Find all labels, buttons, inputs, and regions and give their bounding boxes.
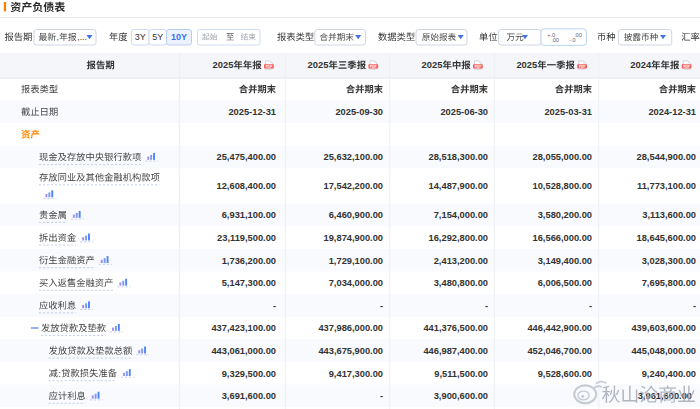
svg-text:441,376,500.00: 441,376,500.00 (423, 323, 488, 333)
svg-text:28,518,300.00: 28,518,300.00 (429, 152, 488, 162)
svg-text:12,608,400.00: 12,608,400.00 (217, 181, 276, 191)
svg-text:2025-12-31: 2025-12-31 (228, 107, 276, 117)
svg-text:3,149,400.00: 3,149,400.00 (538, 256, 592, 266)
svg-text:2025-09-30: 2025-09-30 (335, 107, 383, 117)
svg-text:,...: ,... (77, 32, 87, 42)
svg-text:6,931,100.00: 6,931,100.00 (222, 210, 276, 220)
svg-text:10,528,800.00: 10,528,800.00 (533, 181, 592, 191)
svg-text:9,240,400.00: 9,240,400.00 (642, 369, 696, 379)
svg-text:-: - (273, 301, 276, 311)
svg-text:6,006,500.00: 6,006,500.00 (538, 278, 592, 288)
svg-text:PDF: PDF (266, 65, 272, 69)
svg-text:2025: 2025 (516, 59, 537, 70)
svg-text:-.0: -.0 (569, 37, 576, 43)
svg-text:11,773,100.00: 11,773,100.00 (637, 181, 696, 191)
svg-text:2025: 2025 (213, 59, 234, 70)
svg-text:445,048,000.00: 445,048,000.00 (631, 346, 696, 356)
svg-text:10Y: 10Y (171, 32, 187, 42)
svg-text:3,028,300.00: 3,028,300.00 (642, 256, 696, 266)
svg-text:3,691,600.00: 3,691,600.00 (222, 391, 276, 401)
svg-text:5Y: 5Y (152, 32, 163, 42)
svg-text:-: - (693, 301, 696, 311)
svg-text:7,695,800.00: 7,695,800.00 (642, 278, 696, 288)
svg-text:437,423,100.00: 437,423,100.00 (211, 323, 276, 333)
svg-text:16,292,800.00: 16,292,800.00 (429, 233, 488, 243)
svg-text:3Y: 3Y (135, 32, 146, 42)
svg-text:19,874,900.00: 19,874,900.00 (324, 233, 383, 243)
svg-text:.00: .00 (551, 37, 559, 43)
svg-text:1,729,100.00: 1,729,100.00 (329, 256, 383, 266)
svg-text:2,413,200.00: 2,413,200.00 (434, 256, 488, 266)
svg-text:6,460,900.00: 6,460,900.00 (329, 210, 383, 220)
svg-text:5,147,300.00: 5,147,300.00 (222, 278, 276, 288)
svg-text:9,329,500.00: 9,329,500.00 (222, 369, 276, 379)
svg-text:446,987,400.00: 446,987,400.00 (423, 346, 488, 356)
svg-text:452,046,700.00: 452,046,700.00 (527, 346, 592, 356)
svg-text:PDF: PDF (475, 65, 481, 69)
svg-text:28,055,000.00: 28,055,000.00 (533, 152, 592, 162)
svg-text:446,442,900.00: 446,442,900.00 (527, 323, 592, 333)
svg-text::: : (58, 369, 61, 379)
svg-text:439,603,600.00: 439,603,600.00 (631, 323, 696, 333)
svg-text:9,417,300.00: 9,417,300.00 (329, 369, 383, 379)
svg-text:,: , (57, 32, 59, 42)
svg-text:28,544,900.00: 28,544,900.00 (637, 152, 696, 162)
svg-text:7,154,000.00: 7,154,000.00 (434, 210, 488, 220)
svg-text:9,511,500.00: 9,511,500.00 (434, 369, 488, 379)
svg-text:2025: 2025 (422, 59, 443, 70)
svg-text:PDF: PDF (370, 65, 376, 69)
svg-text:18,645,600.00: 18,645,600.00 (637, 233, 696, 243)
svg-text:23,119,500.00: 23,119,500.00 (217, 233, 276, 243)
svg-text:3,900,600.00: 3,900,600.00 (434, 391, 488, 401)
svg-text:-: - (589, 301, 592, 311)
svg-text:9,528,600.00: 9,528,600.00 (538, 369, 592, 379)
svg-text:25,475,400.00: 25,475,400.00 (217, 152, 276, 162)
svg-text:2025: 2025 (308, 59, 329, 70)
svg-text:7,034,000.00: 7,034,000.00 (329, 278, 383, 288)
svg-text:16,566,000.00: 16,566,000.00 (533, 233, 592, 243)
svg-text:-: - (485, 301, 488, 311)
svg-text:2024: 2024 (630, 59, 652, 70)
svg-text:PDF: PDF (579, 65, 585, 69)
svg-text:2025-06-30: 2025-06-30 (440, 107, 488, 117)
svg-text:25,632,100.00: 25,632,100.00 (324, 152, 383, 162)
svg-text:443,675,900.00: 443,675,900.00 (318, 346, 383, 356)
svg-text:-: - (380, 391, 383, 401)
svg-text:PDF: PDF (683, 65, 689, 69)
svg-text:1,736,200.00: 1,736,200.00 (222, 256, 276, 266)
svg-text:443,061,000.00: 443,061,000.00 (211, 346, 276, 356)
svg-text:2024-12-31: 2024-12-31 (648, 107, 696, 117)
svg-text:14,487,900.00: 14,487,900.00 (429, 181, 488, 191)
svg-text:3,113,600.00: 3,113,600.00 (642, 210, 696, 220)
svg-text:437,986,000.00: 437,986,000.00 (318, 323, 383, 333)
svg-text:-: - (380, 301, 383, 311)
svg-text:2025-03-31: 2025-03-31 (544, 107, 592, 117)
svg-text:3,480,800.00: 3,480,800.00 (434, 278, 488, 288)
svg-text:3,580,200.00: 3,580,200.00 (538, 210, 592, 220)
svg-text:17,542,200.00: 17,542,200.00 (324, 181, 383, 191)
